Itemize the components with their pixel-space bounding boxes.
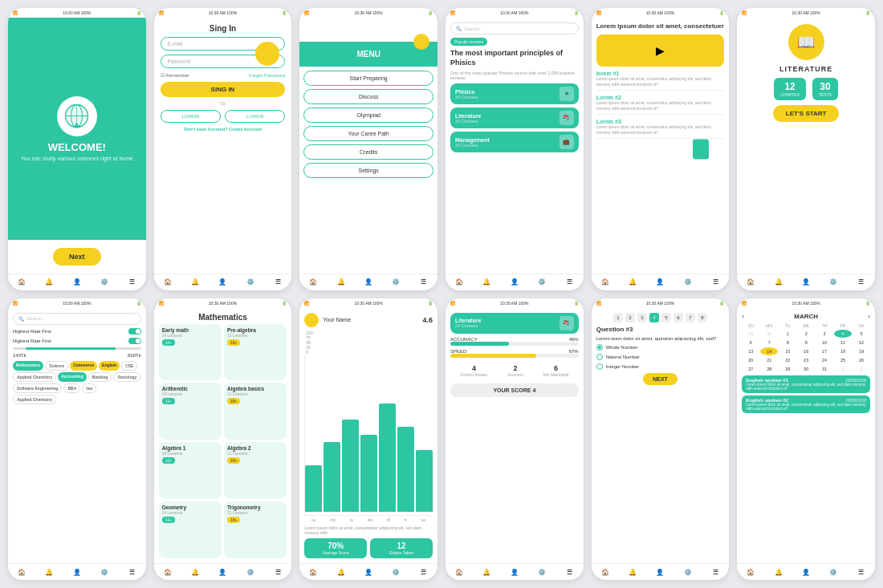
num-1[interactable]: 1 xyxy=(613,313,623,322)
option-3[interactable]: Integer Number xyxy=(596,363,725,370)
cal-26[interactable]: 26 xyxy=(852,356,870,364)
cal-30[interactable]: 30 xyxy=(742,330,759,338)
num-2[interactable]: 2 xyxy=(625,313,635,322)
menu-icon-5[interactable]: ☰ xyxy=(710,278,720,287)
cal-5[interactable]: 5 xyxy=(852,330,870,338)
menu-item-career[interactable]: Your Caree Path xyxy=(303,126,433,141)
menu-icon-6[interactable]: ☰ xyxy=(857,278,866,287)
prev-month-button[interactable]: ‹ xyxy=(742,313,744,320)
num-7[interactable]: 7 xyxy=(686,313,695,322)
menu-icon-7[interactable]: ☰ xyxy=(127,567,136,577)
cal-9[interactable]: 9 xyxy=(797,339,815,347)
home-icon-6[interactable]: 🏠 xyxy=(746,278,755,287)
settings-icon-12[interactable]: ⚙️ xyxy=(828,567,838,577)
num-4[interactable]: 4 xyxy=(649,313,659,322)
menu-item-olympiad[interactable]: Olympiad xyxy=(303,107,433,123)
bell-icon-5[interactable]: 🔔 xyxy=(628,278,637,287)
user-icon-3[interactable]: 👤 xyxy=(364,278,373,287)
settings-icon-7[interactable]: ⚙️ xyxy=(100,567,109,577)
menu-icon-4[interactable]: ☰ xyxy=(564,278,574,287)
home-icon-5[interactable]: 🏠 xyxy=(600,278,610,287)
settings-icon-9[interactable]: ⚙️ xyxy=(391,567,401,577)
home-icon-10[interactable]: 🏠 xyxy=(454,567,464,577)
tag-se[interactable]: Software Engineering xyxy=(13,383,62,393)
menu-item-start[interactable]: Start Preparing xyxy=(303,71,433,86)
forgot-link[interactable]: Forget Password xyxy=(249,73,285,78)
toggle-1[interactable] xyxy=(128,328,141,335)
menu-icon-12[interactable]: ☰ xyxy=(857,567,866,577)
next-button[interactable]: Next xyxy=(53,248,101,266)
user-icon[interactable]: 👤 xyxy=(72,278,82,287)
cal-16[interactable]: 16 xyxy=(797,347,815,355)
cal-3[interactable]: 3 xyxy=(816,330,833,338)
cal-11[interactable]: 11 xyxy=(834,339,852,347)
tag-law[interactable]: law xyxy=(82,383,96,393)
tag-math[interactable]: Mathematics xyxy=(13,361,43,371)
user-icon-8[interactable]: 👤 xyxy=(218,567,227,577)
num-5[interactable]: 5 xyxy=(661,313,671,322)
math-algebra2[interactable]: Algebra 2 11 Lessons 18+ xyxy=(224,442,287,499)
bell-icon-6[interactable]: 🔔 xyxy=(774,278,783,287)
cal-24[interactable]: 24 xyxy=(816,356,833,364)
home-icon-11[interactable]: 🏠 xyxy=(600,567,610,577)
home-icon-2[interactable]: 🏠 xyxy=(163,278,173,287)
cal-27[interactable]: 27 xyxy=(742,365,759,373)
bell-icon-4[interactable]: 🔔 xyxy=(482,278,491,287)
tag-banking[interactable]: Banking xyxy=(88,372,112,382)
settings-icon-3[interactable]: ⚙️ xyxy=(391,278,401,287)
course-management[interactable]: Management 24 Courses 💼 xyxy=(450,132,579,152)
cal-18[interactable]: 18 xyxy=(834,347,852,355)
menu-icon-3[interactable]: ☰ xyxy=(419,278,429,287)
bell-icon[interactable]: 🔔 xyxy=(44,278,54,287)
toggle-2[interactable] xyxy=(128,338,141,344)
option-2[interactable]: Natural Number xyxy=(596,354,725,360)
tag-applied-chem[interactable]: Applied Chemistry xyxy=(13,372,56,382)
menu-icon[interactable]: ☰ xyxy=(127,278,136,287)
user-icon-11[interactable]: 👤 xyxy=(655,567,665,577)
cal-29[interactable]: 29 xyxy=(779,365,796,373)
tag-science[interactable]: Science xyxy=(45,361,68,371)
cal-20[interactable]: 20 xyxy=(742,356,759,364)
cal-23[interactable]: 23 xyxy=(797,356,815,364)
course-literature[interactable]: Literature 24 Courses 📚 xyxy=(450,107,579,128)
signin-button[interactable]: SING IN xyxy=(161,82,286,97)
cal-1[interactable]: 1 xyxy=(779,330,796,338)
user-icon-5[interactable]: 👤 xyxy=(655,278,665,287)
menu-item-settings[interactable]: Settings xyxy=(303,163,433,178)
num-3[interactable]: 3 xyxy=(637,313,647,322)
home-icon-9[interactable]: 🏠 xyxy=(308,567,318,577)
settings-icon-2[interactable]: ⚙️ xyxy=(246,278,255,287)
tag-commerce[interactable]: Commerce xyxy=(70,361,97,371)
user-icon-9[interactable]: 👤 xyxy=(364,567,373,577)
settings-icon-6[interactable]: ⚙️ xyxy=(828,278,838,287)
user-icon-2[interactable]: 👤 xyxy=(218,278,227,287)
cal-8[interactable]: 8 xyxy=(779,339,796,347)
settings-icon-4[interactable]: ⚙️ xyxy=(537,278,547,287)
cal-13[interactable]: 13 xyxy=(742,347,759,355)
home-icon-4[interactable]: 🏠 xyxy=(454,278,464,287)
cal-2[interactable]: 2 xyxy=(797,330,815,338)
bell-icon-8[interactable]: 🔔 xyxy=(190,567,200,577)
math-algebra1[interactable]: Algebra 1 24 Lessons 12+ xyxy=(159,442,222,499)
lets-start-button[interactable]: LET'S START xyxy=(773,105,840,122)
home-icon-8[interactable]: 🏠 xyxy=(163,567,173,577)
settings-icon-10[interactable]: ⚙️ xyxy=(537,567,547,577)
search-bar-7[interactable]: 🔍 Search... xyxy=(13,313,141,325)
settings-icon-5[interactable]: ⚙️ xyxy=(683,278,693,287)
math-algebra-basics[interactable]: Algebra basics 11 Lessons 18+ xyxy=(224,383,287,440)
bell-icon-12[interactable]: 🔔 xyxy=(774,567,783,577)
tag-accounting[interactable]: Accounting xyxy=(58,372,87,382)
cal-4[interactable]: 4 xyxy=(834,330,852,338)
tag-bba[interactable]: BBA xyxy=(63,383,80,393)
next-month-button[interactable]: › xyxy=(868,313,870,320)
play-icon[interactable]: ▶ xyxy=(656,44,665,57)
cal-15[interactable]: 15 xyxy=(779,347,796,355)
cal-28[interactable]: 28 xyxy=(760,365,778,373)
user-icon-10[interactable]: 👤 xyxy=(510,567,519,577)
user-icon-7[interactable]: 👤 xyxy=(72,567,82,577)
menu-item-credits[interactable]: Credits xyxy=(303,144,433,160)
home-icon-3[interactable]: 🏠 xyxy=(308,278,318,287)
bell-icon-9[interactable]: 🔔 xyxy=(336,567,346,577)
num-8[interactable]: 8 xyxy=(698,313,707,322)
tag-english[interactable]: English xyxy=(99,361,120,371)
